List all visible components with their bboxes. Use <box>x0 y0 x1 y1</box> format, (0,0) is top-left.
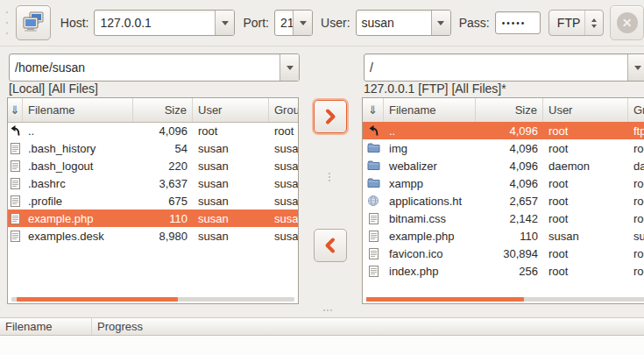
pane-grip[interactable] <box>329 173 330 181</box>
chevron-left-icon <box>321 236 340 255</box>
group-column-header[interactable]: Group <box>628 98 644 122</box>
file-name: img <box>384 142 476 155</box>
transfer-to-remote-button[interactable] <box>314 100 347 133</box>
local-path-input[interactable]: /home/susan <box>10 54 280 81</box>
disconnect-button[interactable]: ✕ <box>610 5 644 40</box>
size-column-header[interactable]: Size <box>133 98 193 122</box>
queue-progress-column-header[interactable]: Progress <box>92 318 644 335</box>
file-user: root <box>543 142 628 155</box>
user-column-header[interactable]: User <box>193 98 269 122</box>
file-row[interactable]: .bash_history54susansusan <box>8 139 298 157</box>
user-input[interactable]: susan <box>357 11 431 35</box>
sort-icon[interactable]: ⇓ <box>8 98 23 122</box>
file-group: susan <box>269 142 298 155</box>
file-group: root <box>269 124 298 138</box>
file-group: root <box>628 265 644 278</box>
file-row[interactable]: favicon.ico30,894rootroot <box>363 245 644 262</box>
file-size: 3,637 <box>133 177 193 190</box>
sort-icon[interactable]: ⇓ <box>363 98 384 122</box>
file-user: susan <box>193 195 269 208</box>
file-group: root <box>628 247 644 260</box>
file-row[interactable]: img4,096rootroot <box>363 139 644 157</box>
file-row[interactable]: example.php110susansusan <box>8 209 298 227</box>
protocol-value: FTP <box>549 11 584 35</box>
password-field[interactable]: ••••• <box>495 11 541 34</box>
user-dropdown-button[interactable] <box>431 11 450 35</box>
host-dropdown-button[interactable] <box>215 11 234 35</box>
remote-path-dropdown-button[interactable] <box>627 54 644 81</box>
file-name: webalizer <box>384 160 476 173</box>
file-icon <box>369 266 379 277</box>
transfer-to-local-button[interactable] <box>314 229 347 262</box>
port-dropdown-button[interactable] <box>293 11 312 35</box>
file-icon <box>11 143 20 154</box>
remote-path-combo[interactable]: / <box>364 53 644 82</box>
filename-column-header[interactable]: Filename <box>23 98 133 122</box>
file-row[interactable]: index.php256rootroot <box>363 262 644 280</box>
spin-arrows[interactable] <box>584 11 603 35</box>
user-combo[interactable]: susan <box>356 10 451 36</box>
file-row[interactable]: ..4,096rootftp <box>363 122 644 139</box>
transfer-queue-header: Filename Progress <box>0 317 644 336</box>
file-name: examples.desk <box>23 230 133 243</box>
file-size: 110 <box>476 230 543 243</box>
up-dir-icon <box>368 124 379 137</box>
file-name: example.php <box>23 212 133 225</box>
queue-filename-column-header[interactable]: Filename <box>0 318 92 335</box>
host-combo[interactable]: 127.0.0.1 <box>94 10 235 36</box>
connect-button[interactable] <box>16 5 51 40</box>
file-user: root <box>543 124 628 138</box>
file-row[interactable]: .profile675susansusan <box>8 192 298 209</box>
user-column-header[interactable]: User <box>543 98 628 122</box>
port-combo[interactable]: 21 <box>274 10 313 36</box>
file-row[interactable]: example.php110susansusan <box>363 227 644 245</box>
toolbar-grip[interactable] <box>5 11 10 34</box>
file-icon <box>11 178 20 189</box>
chevron-down-icon <box>287 66 294 74</box>
scrollbar-thumb[interactable] <box>366 297 524 302</box>
file-icon <box>11 213 20 224</box>
file-user: daemon <box>543 160 628 173</box>
folder-icon <box>367 160 380 171</box>
file-group: root <box>628 212 644 225</box>
file-group: ftp <box>628 124 644 138</box>
file-row[interactable]: xampp4,096rootroot <box>363 174 644 192</box>
group-column-header[interactable]: Group <box>269 98 298 122</box>
remote-path-input[interactable]: / <box>364 54 627 81</box>
file-row[interactable]: .bashrc3,637susansusan <box>8 174 298 192</box>
remote-hscrollbar[interactable] <box>366 297 644 302</box>
file-row[interactable]: examples.desk8,980susansusan <box>8 227 298 245</box>
file-row[interactable]: webalizer4,096daemondaemon <box>363 157 644 174</box>
size-column-header[interactable]: Size <box>476 98 543 122</box>
file-row[interactable]: .bash_logout220susansusan <box>8 157 298 174</box>
port-input[interactable]: 21 <box>275 11 293 35</box>
file-row[interactable]: bitnami.css2,142rootroot <box>363 209 644 227</box>
chevron-down-icon <box>634 66 641 74</box>
file-size: 4,096 <box>133 124 193 138</box>
file-row[interactable]: applications.ht2,657rootroot <box>363 192 644 209</box>
protocol-selector[interactable]: FTP <box>548 10 604 36</box>
user-label: User: <box>321 16 350 30</box>
scrollbar-thumb[interactable] <box>17 297 178 302</box>
file-name: applications.ht <box>384 195 476 208</box>
file-size: 675 <box>133 195 193 208</box>
remote-file-list: ⇓FilenameSizeUserGroup ..4,096rootftpimg… <box>362 97 644 304</box>
local-hscrollbar[interactable] <box>11 297 294 302</box>
file-group: susan <box>269 212 298 225</box>
dual-computers-icon <box>21 11 46 35</box>
file-row[interactable]: ..4,096rootroot <box>8 122 298 139</box>
local-path-dropdown-button[interactable] <box>280 54 299 81</box>
local-path-combo[interactable]: /home/susan <box>9 53 300 82</box>
filename-column-header[interactable]: Filename <box>384 98 476 122</box>
queue-pane-grip[interactable] <box>323 309 332 311</box>
host-input[interactable]: 127.0.0.1 <box>95 11 215 35</box>
file-user: susan <box>193 177 269 190</box>
file-name: .bash_history <box>23 142 133 155</box>
folder-icon <box>367 143 380 153</box>
file-name: bitnami.css <box>384 212 476 225</box>
file-user: root <box>543 265 628 278</box>
file-size: 4,096 <box>476 177 543 190</box>
file-size: 54 <box>133 142 193 155</box>
chevron-down-icon <box>300 21 307 29</box>
file-group: susan <box>269 195 298 208</box>
